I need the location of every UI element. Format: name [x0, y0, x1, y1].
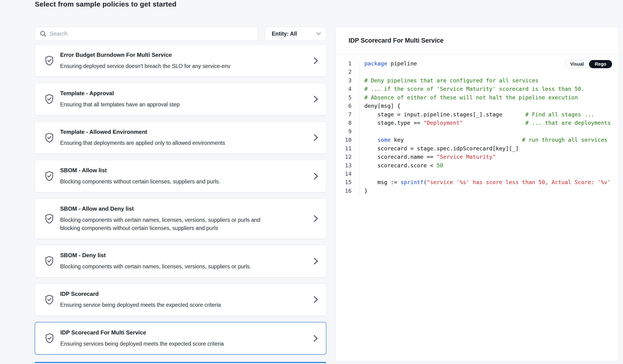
policy-title: Template - Allowed Environment — [60, 128, 225, 135]
policy-description: Ensuring services being deployed meets t… — [60, 340, 224, 348]
line-number: 15 — [336, 178, 360, 186]
line-number: 13 — [336, 161, 360, 170]
search-icon — [40, 30, 46, 37]
shield-check-icon — [44, 213, 54, 224]
policy-title: SBOM - Deny list — [60, 252, 251, 259]
page-title: Select from sample policies to get start… — [35, 0, 177, 8]
policy-text: SBOM - Deny list Blocking components wit… — [60, 252, 251, 271]
shield-check-icon — [44, 94, 54, 105]
chevron-right-icon — [313, 257, 318, 265]
policy-text: SBOM - Allow and Deny list Blocking comp… — [60, 205, 265, 232]
policy-description: Ensuring that all templates have an appr… — [60, 101, 179, 109]
code-line: 3# Deny pipelines that are configured fo… — [336, 76, 619, 85]
policy-description: Ensuring deployed service doesn't breach… — [60, 62, 230, 70]
chevron-right-icon — [313, 172, 318, 180]
line-number: 12 — [336, 153, 360, 161]
shield-check-icon — [44, 55, 54, 66]
code-lines: 1package pipeline23# Deny pipelines that… — [336, 59, 619, 195]
policy-text: SBOM - Allow list Blocking components wi… — [60, 167, 220, 186]
policy-detail-panel: IDP Scorecard For Multi Service Visual R… — [335, 27, 619, 361]
policy-card[interactable]: IDP Scorecard For Multi Service Ensuring… — [35, 322, 326, 355]
code-line: 10 some key # run through all services — [336, 136, 619, 144]
line-number: 6 — [336, 102, 360, 110]
code-line: 5# Absence of either of these will not h… — [336, 93, 619, 102]
line-number: 3 — [336, 76, 360, 85]
policy-card[interactable]: SBOM - Allow and Deny list Blocking comp… — [35, 198, 326, 239]
policy-card[interactable]: Template - Approval Ensuring that all te… — [35, 83, 326, 115]
policy-card[interactable]: SBOM - Allow list Blocking components wi… — [35, 160, 326, 192]
chevron-right-icon — [313, 296, 318, 303]
code-line: 8 stage.type == "Deployment" # ... that … — [336, 119, 619, 127]
line-number: 7 — [336, 110, 360, 119]
editor-mode-toggle: Visual Rego — [565, 60, 612, 68]
policy-title: Error Budget Burndown For Multi Service — [60, 51, 230, 58]
line-number: 10 — [336, 136, 360, 144]
policy-description: Blocking components with certain names, … — [60, 216, 265, 232]
code-line: 7 stage = input.pipeline.stages[_].stage… — [336, 110, 619, 119]
chevron-right-icon — [313, 215, 318, 222]
chevron-down-icon — [316, 32, 321, 35]
line-number: 11 — [336, 144, 360, 153]
policy-title: IDP Scorecard For Multi Service — [60, 329, 224, 336]
policy-text: Error Budget Burndown For Multi Service … — [60, 51, 230, 70]
policy-card[interactable]: Error Budget Burndown For Multi Service … — [35, 44, 326, 77]
code-line: 12 scorecard.name == "Service Maturity" — [336, 153, 619, 161]
policy-card[interactable]: Template - Allowed Environment Ensuring … — [35, 122, 326, 154]
list-bottom-accent — [35, 362, 326, 363]
detail-panel-title: IDP Scorecard For Multi Service — [336, 27, 619, 44]
entity-filter-dropdown[interactable]: Entity: All — [265, 27, 326, 41]
policy-title: SBOM - Allow and Deny list — [60, 205, 265, 212]
policy-text: IDP Scorecard For Multi Service Ensuring… — [60, 329, 224, 348]
code-line: 11 scorecard = stage.spec.idpScorecard[k… — [336, 144, 619, 153]
line-number: 8 — [336, 119, 360, 127]
chevron-right-icon — [313, 134, 318, 141]
list-controls: Entity: All — [35, 27, 326, 41]
shield-check-icon — [44, 256, 54, 267]
code-line: 13 scorecard.score < 50 — [336, 161, 619, 170]
visual-mode-button[interactable]: Visual — [565, 61, 589, 68]
policy-list: Error Budget Burndown For Multi Service … — [35, 44, 326, 355]
policy-card[interactable]: IDP Scorecard Ensuring service being dep… — [35, 283, 326, 316]
entity-filter-label: Entity: All — [272, 31, 297, 37]
policy-text: Template - Approval Ensuring that all te… — [60, 90, 179, 109]
policy-text: Template - Allowed Environment Ensuring … — [60, 128, 225, 147]
line-number: 9 — [336, 127, 360, 136]
policy-title: SBOM - Allow list — [60, 167, 220, 174]
line-number: 5 — [336, 93, 360, 102]
line-number: 16 — [336, 187, 360, 195]
rego-mode-button[interactable]: Rego — [589, 60, 612, 68]
line-number: 1 — [336, 59, 360, 68]
sample-policies-page: Select from sample policies to get start… — [0, 0, 623, 364]
shield-check-icon — [44, 132, 54, 143]
policy-description: Ensuring service being deployed meets th… — [60, 301, 221, 309]
code-line: 16} — [336, 187, 619, 195]
code-line: 6deny[msg] { — [336, 102, 619, 110]
code-line: 9 — [336, 127, 619, 136]
shield-check-icon — [44, 333, 55, 344]
code-line: 15 msg := sprintf("service '%s' has scor… — [336, 178, 619, 186]
rego-code-editor[interactable]: 1package pipeline23# Deny pipelines that… — [336, 54, 619, 361]
shield-check-icon — [44, 171, 54, 182]
code-line: 14 — [336, 170, 619, 178]
chevron-right-icon — [313, 57, 318, 64]
policy-title: Template - Approval — [60, 90, 179, 97]
shield-check-icon — [44, 294, 54, 305]
code-line: 4# ... if the score of 'Service Maturity… — [336, 85, 619, 93]
policy-description: Ensuring that deployments are applied on… — [60, 139, 225, 147]
policy-title: IDP Scorecard — [60, 290, 221, 298]
line-number: 4 — [336, 85, 360, 93]
line-number: 14 — [336, 170, 360, 178]
policy-text: IDP Scorecard Ensuring service being dep… — [60, 290, 221, 309]
search-box[interactable] — [35, 27, 258, 41]
chevron-right-icon — [313, 335, 318, 342]
search-input[interactable] — [50, 30, 254, 37]
policy-description: Blocking components without certain lice… — [60, 178, 220, 186]
policy-card[interactable]: SBOM - Deny list Blocking components wit… — [35, 245, 326, 277]
policy-description: Blocking components with certain names, … — [60, 262, 251, 271]
chevron-right-icon — [313, 95, 318, 103]
line-number: 2 — [336, 68, 360, 76]
code-line: 2 — [336, 68, 619, 76]
